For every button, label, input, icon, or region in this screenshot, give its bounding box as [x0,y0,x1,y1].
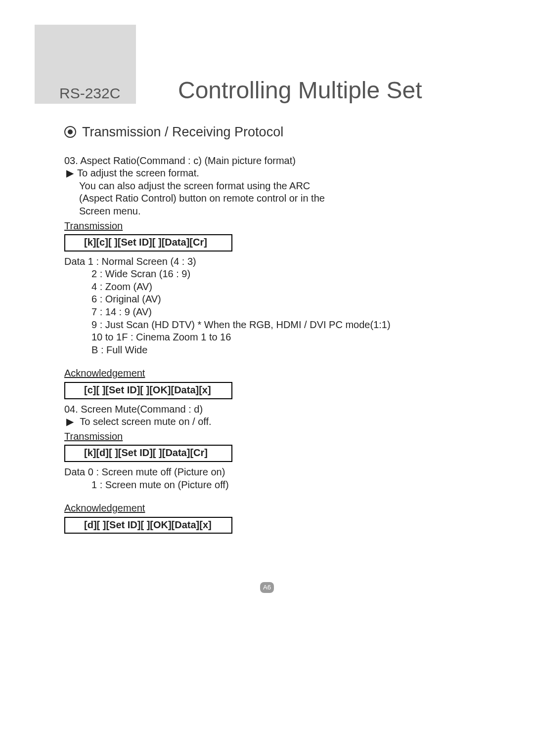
bullet-icon [64,126,76,138]
cmd03-transmission-label: Transmission [64,220,123,233]
cmd04-data-line: Data 0 : Screen mute off (Picture on) [64,466,480,479]
cmd03-ack-code: [c][ ][Set ID][ ][OK][Data][x] [64,382,232,399]
cmd04-transmission-code: [k][d][ ][Set ID][ ][Data][Cr] [64,445,232,462]
cmd04-arrow-text: To select screen mute on / off. [80,416,211,427]
cmd03-desc-line: (Aspect Ratio Control) button on remote … [79,192,480,205]
cmd03-data-line: 4 : Zoom (AV) [64,281,480,294]
section-title-row: Transmission / Receiving Protocol [64,124,480,141]
cmd03-data-line: 6 : Original (AV) [64,293,480,306]
cmd04-data-block: Data 0 : Screen mute off (Picture on) 1 … [64,466,480,491]
cmd04-arrow-line: ▶ To select screen mute on / off. [64,416,480,428]
cmd03-data-line: 7 : 14 : 9 (AV) [64,306,480,319]
cmd03-desc-line: Screen menu. [79,205,480,218]
cmd03-desc-line: You can also adjust the screen format us… [79,180,480,193]
arrow-icon: ▶ [66,167,77,180]
cmd04-transmission-label: Transmission [64,430,123,443]
cmd04-ack-label: Acknowledgement [64,502,145,515]
cmd03-ack-label: Acknowledgement [64,367,145,380]
cmd03-data-line: 10 to 1F : Cinema Zoom 1 to 16 [64,331,480,344]
cmd03-data-line: B : Full Wide [64,344,480,357]
cmd03-data-line: 9 : Just Scan (HD DTV) * When the RGB, H… [64,319,480,332]
content-body: Transmission / Receiving Protocol 03. As… [64,124,480,538]
manual-page: RS-232C Controlling Multiple Set Transmi… [0,0,534,756]
arrow-icon: ▶ [66,416,77,428]
page-number-badge: A6 [260,582,274,593]
cmd03-arrow-text: To adjust the screen format. [77,168,199,178]
cmd03-arrow-line: ▶To adjust the screen format. [64,167,480,180]
cmd03-data-block: Data 1 : Normal Screen (4 : 3) 2 : Wide … [64,255,480,357]
cmd04-data-line: 1 : Screen mute on (Picture off) [64,479,480,492]
cmd04-heading: 04. Screen Mute(Command : d) [64,403,480,416]
cmd03-transmission-code: [k][c][ ][Set ID][ ][Data][Cr] [64,234,232,252]
cmd04-ack-code: [d][ ][Set ID][ ][OK][Data][x] [64,517,232,534]
section-title: Transmission / Receiving Protocol [82,124,283,141]
cmd03-desc: You can also adjust the screen format us… [64,180,480,218]
page-header: RS-232C Controlling Multiple Set [59,77,494,104]
svg-point-1 [68,129,73,134]
header-title: Controlling Multiple Set [178,77,422,104]
cmd03-data-line: Data 1 : Normal Screen (4 : 3) [64,255,480,268]
cmd03-data-line: 2 : Wide Scran (16 : 9) [64,268,480,281]
header-category: RS-232C [59,85,178,102]
cmd03-heading: 03. Aspect Ratio(Command : c) (Main pict… [64,155,480,168]
